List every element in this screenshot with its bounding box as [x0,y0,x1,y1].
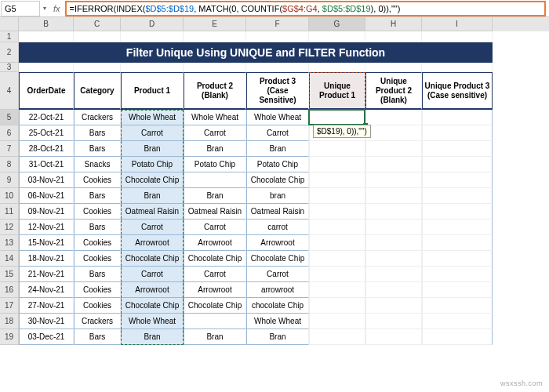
cell-G10[interactable] [309,188,365,204]
cell-F10[interactable]: bran [246,188,309,204]
row-header-10[interactable]: 10 [0,188,19,204]
cell-H10[interactable] [365,188,422,204]
cell-I12[interactable] [422,220,493,235]
col-header-F[interactable]: F [246,17,309,31]
cell-C18[interactable]: Crackers [74,314,121,329]
cell-I11[interactable] [422,204,493,220]
cell-F13[interactable]: Arrowroot [246,235,309,251]
cell-E14[interactable]: Chocolate Chip [184,251,246,267]
cell-H19[interactable] [365,329,422,345]
cell-G7[interactable] [309,141,365,157]
cell-F7[interactable]: Bran [246,141,309,157]
row-header-17[interactable]: 17 [0,298,19,314]
cell-I14[interactable] [422,251,493,267]
cell-D8[interactable]: Potato Chip [121,157,184,172]
cell-H15[interactable] [365,267,422,282]
cell-C16[interactable]: Cookies [74,282,121,298]
cell-B16[interactable]: 24-Nov-21 [19,282,74,298]
col-header-C[interactable]: C [74,17,121,31]
cell-I9[interactable] [422,172,493,188]
cell-C9[interactable]: Cookies [74,172,121,188]
cell-C10[interactable]: Bars [74,188,121,204]
cell-B9[interactable]: 03-Nov-21 [19,172,74,188]
cell-F11[interactable]: Oatmeal Raisin [246,204,309,220]
cell-D9[interactable]: Chocolate Chip [121,172,184,188]
cell-H5[interactable] [365,110,422,125]
row-header-5[interactable]: 5 [0,110,19,125]
cell-B5[interactable]: 22-Oct-21 [19,110,74,125]
cell-B15[interactable]: 21-Nov-21 [19,267,74,282]
cell-H17[interactable] [365,298,422,314]
cell-D11[interactable]: Oatmeal Raisin [121,204,184,220]
cell-D16[interactable]: Arrowroot [121,282,184,298]
name-box-dropdown[interactable]: ▾ [41,5,49,12]
row-header-1[interactable]: 1 [0,31,19,42]
select-all-corner[interactable] [0,17,19,31]
cell-G11[interactable] [309,204,365,220]
cell-H18[interactable] [365,314,422,329]
formula-input[interactable]: =IFERROR(INDEX($D$5:$D$19, MATCH(0, COUN… [65,1,546,16]
cell-E16[interactable]: Arrowroot [184,282,246,298]
cell-F5[interactable]: Whole Wheat [246,110,309,125]
cell-B17[interactable]: 27-Nov-21 [19,298,74,314]
cell-D19[interactable]: Bran [121,329,184,345]
cell-C19[interactable]: Bars [74,329,121,345]
cell-F17[interactable]: chocolate Chip [246,298,309,314]
cell-B10[interactable]: 06-Nov-21 [19,188,74,204]
cell-I16[interactable] [422,282,493,298]
col-header-I[interactable]: I [422,17,493,31]
cell-G8[interactable] [309,157,365,172]
cell-D10[interactable]: Bran [121,188,184,204]
cell-C12[interactable]: Bars [74,220,121,235]
row-header-11[interactable]: 11 [0,204,19,220]
cell-D7[interactable]: Bran [121,141,184,157]
row-header-13[interactable]: 13 [0,235,19,251]
cell-E19[interactable]: Bran [184,329,246,345]
cell-C7[interactable]: Bars [74,141,121,157]
cell-F19[interactable]: Bran [246,329,309,345]
cell-I15[interactable] [422,267,493,282]
row-header-3[interactable]: 3 [0,63,19,72]
row-header-14[interactable]: 14 [0,251,19,267]
cell-G5[interactable] [309,110,365,125]
cell-E7[interactable]: Bran [184,141,246,157]
cell-B7[interactable]: 28-Oct-21 [19,141,74,157]
cell-F8[interactable]: Potato Chip [246,157,309,172]
cell-H7[interactable] [365,141,422,157]
cell-D6[interactable]: Carrot [121,125,184,141]
cell-E13[interactable]: Arrowroot [184,235,246,251]
fx-icon[interactable]: fx [49,4,65,13]
cell-D13[interactable]: Arrowroot [121,235,184,251]
cell-I13[interactable] [422,235,493,251]
row-header-9[interactable]: 9 [0,172,19,188]
cell-H13[interactable] [365,235,422,251]
cell-F14[interactable]: Chocolate Chip [246,251,309,267]
cell-G15[interactable] [309,267,365,282]
cell-C13[interactable]: Cookies [74,235,121,251]
cell-E17[interactable]: Chocolate Chip [184,298,246,314]
cell-D17[interactable]: Chocolate Chip [121,298,184,314]
cell-I19[interactable] [422,329,493,345]
cell-E5[interactable]: Whole Wheat [184,110,246,125]
cell-F9[interactable]: Chocolate Chip [246,172,309,188]
cell-G9[interactable] [309,172,365,188]
cell-G19[interactable] [309,329,365,345]
row-header-6[interactable]: 6 [0,125,19,141]
cell-G18[interactable] [309,314,365,329]
cell-G14[interactable] [309,251,365,267]
cell-H16[interactable] [365,282,422,298]
cell-B11[interactable]: 09-Nov-21 [19,204,74,220]
cell-C8[interactable]: Snacks [74,157,121,172]
cell-I6[interactable] [422,125,493,141]
col-header-B[interactable]: B [19,17,74,31]
cell-F6[interactable]: Carrot [246,125,309,141]
cell-E11[interactable]: Oatmeal Raisin [184,204,246,220]
cell-H11[interactable] [365,204,422,220]
cell-H6[interactable] [365,125,422,141]
cell-I10[interactable] [422,188,493,204]
cell-F16[interactable]: arrowroot [246,282,309,298]
col-header-D[interactable]: D [121,17,184,31]
row-header-4[interactable]: 4 [0,72,19,110]
cell-G12[interactable] [309,220,365,235]
cell-D12[interactable]: Carrot [121,220,184,235]
